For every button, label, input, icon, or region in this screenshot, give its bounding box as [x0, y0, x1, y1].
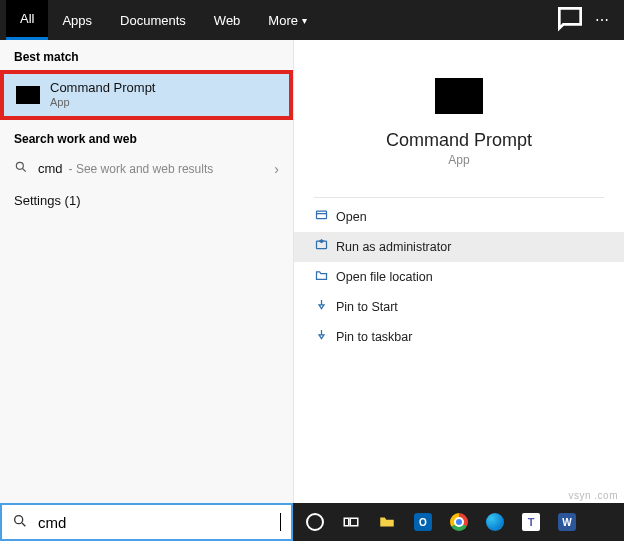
file-explorer-button[interactable]: [369, 503, 405, 541]
tab-documents[interactable]: Documents: [106, 0, 200, 40]
svg-rect-2: [317, 211, 327, 219]
preview-title: Command Prompt: [294, 130, 624, 151]
search-web-heading: Search work and web: [0, 122, 293, 152]
command-prompt-icon: [16, 86, 40, 104]
action-runadmin-label: Run as administrator: [336, 240, 451, 254]
action-pinstart-label: Pin to Start: [336, 300, 398, 314]
svg-point-0: [16, 162, 23, 169]
action-openloc-label: Open file location: [336, 270, 433, 284]
action-pintask-label: Pin to taskbar: [336, 330, 412, 344]
tab-more-label: More: [268, 13, 298, 28]
open-icon: [314, 208, 336, 226]
word-button[interactable]: W: [549, 503, 585, 541]
task-view-button[interactable]: [333, 503, 369, 541]
outlook-button[interactable]: O: [405, 503, 441, 541]
search-input[interactable]: [38, 514, 280, 531]
best-match-heading: Best match: [0, 40, 293, 70]
task-view-icon: [342, 513, 360, 531]
svg-line-5: [22, 523, 25, 526]
svg-rect-6: [344, 518, 349, 526]
divider: [314, 197, 604, 198]
app-tile-icon: [435, 78, 483, 114]
web-query-hint: - See work and web results: [69, 162, 275, 176]
chevron-right-icon: ›: [274, 161, 279, 177]
feedback-icon[interactable]: [554, 3, 586, 38]
action-open-location[interactable]: Open file location: [294, 262, 624, 292]
settings-category[interactable]: Settings (1): [0, 185, 293, 216]
web-search-result[interactable]: cmd - See work and web results ›: [0, 152, 293, 185]
preview-subtitle: App: [294, 153, 624, 167]
chrome-icon: [450, 513, 468, 531]
results-panel: Best match Command Prompt App Search wor…: [0, 40, 293, 503]
edge-icon: [486, 513, 504, 531]
action-run-as-admin[interactable]: Run as administrator: [294, 232, 624, 262]
search-filter-tabs: All Apps Documents Web More▾ ⋯: [0, 0, 624, 40]
folder-icon: [314, 268, 336, 286]
watermark: vsyn .com: [568, 490, 618, 501]
search-box[interactable]: [0, 503, 293, 541]
chevron-down-icon: ▾: [302, 15, 307, 26]
folder-icon: [378, 513, 396, 531]
taskbar: O T W: [293, 503, 624, 541]
best-match-subtitle: App: [50, 96, 155, 110]
cortana-button[interactable]: [297, 503, 333, 541]
pin-start-icon: [314, 298, 336, 316]
svg-point-4: [15, 515, 23, 523]
tab-web-label: Web: [214, 13, 241, 28]
outlook-icon: O: [414, 513, 432, 531]
search-icon: [14, 160, 28, 177]
svg-rect-7: [350, 518, 358, 526]
more-options-icon[interactable]: ⋯: [586, 12, 618, 28]
tab-all[interactable]: All: [6, 0, 48, 40]
tab-more[interactable]: More▾: [254, 0, 321, 40]
search-icon: [12, 513, 28, 532]
chrome-button[interactable]: [441, 503, 477, 541]
svg-line-1: [23, 169, 26, 172]
cortana-icon: [306, 513, 324, 531]
word-icon: W: [558, 513, 576, 531]
action-open-label: Open: [336, 210, 367, 224]
action-open[interactable]: Open: [294, 202, 624, 232]
tab-all-label: All: [20, 11, 34, 26]
action-pin-start[interactable]: Pin to Start: [294, 292, 624, 322]
tab-apps[interactable]: Apps: [48, 0, 106, 40]
web-query-text: cmd: [38, 161, 63, 176]
shield-icon: [314, 238, 336, 256]
teams-button[interactable]: T: [513, 503, 549, 541]
tab-apps-label: Apps: [62, 13, 92, 28]
settings-category-label: Settings (1): [14, 193, 80, 208]
teams-icon: T: [522, 513, 540, 531]
best-match-title: Command Prompt: [50, 80, 155, 96]
action-pin-taskbar[interactable]: Pin to taskbar: [294, 322, 624, 352]
pin-taskbar-icon: [314, 328, 336, 346]
edge-button[interactable]: [477, 503, 513, 541]
tab-documents-label: Documents: [120, 13, 186, 28]
text-caret: [280, 513, 281, 531]
tab-web[interactable]: Web: [200, 0, 255, 40]
preview-panel: Command Prompt App Open Run as administr…: [293, 40, 624, 503]
best-match-result[interactable]: Command Prompt App: [0, 70, 293, 120]
